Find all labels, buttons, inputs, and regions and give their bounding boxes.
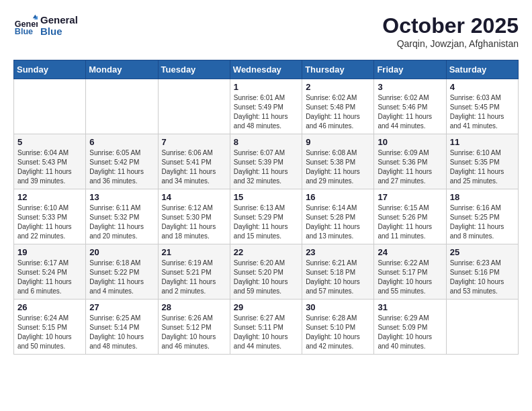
weekday-header-thursday: Thursday <box>302 60 374 79</box>
calendar-cell: 24Sunrise: 6:22 AM Sunset: 5:17 PM Dayli… <box>374 244 446 300</box>
logo-blue: Blue <box>40 26 78 37</box>
calendar-week-4: 19Sunrise: 6:17 AM Sunset: 5:24 PM Dayli… <box>14 244 519 300</box>
title-block: October 2025 Qarqin, Jowzjan, Afghanista… <box>382 13 519 49</box>
day-number: 3 <box>378 82 442 92</box>
day-info: Sunrise: 6:25 AM Sunset: 5:14 PM Dayligh… <box>89 314 154 351</box>
calendar-cell: 29Sunrise: 6:27 AM Sunset: 5:11 PM Dayli… <box>230 300 302 355</box>
calendar-cell: 10Sunrise: 6:09 AM Sunset: 5:36 PM Dayli… <box>374 134 446 189</box>
day-number: 6 <box>89 137 154 147</box>
day-info: Sunrise: 6:13 AM Sunset: 5:29 PM Dayligh… <box>234 203 298 241</box>
day-number: 21 <box>162 247 226 257</box>
day-info: Sunrise: 6:18 AM Sunset: 5:22 PM Dayligh… <box>89 259 154 296</box>
calendar-cell: 16Sunrise: 6:14 AM Sunset: 5:28 PM Dayli… <box>302 189 374 244</box>
day-info: Sunrise: 6:23 AM Sunset: 5:16 PM Dayligh… <box>450 259 515 296</box>
day-info: Sunrise: 6:04 AM Sunset: 5:43 PM Dayligh… <box>17 148 82 186</box>
weekday-header-row: SundayMondayTuesdayWednesdayThursdayFrid… <box>14 60 519 79</box>
weekday-header-saturday: Saturday <box>446 60 518 79</box>
day-number: 9 <box>306 137 370 147</box>
calendar-cell: 19Sunrise: 6:17 AM Sunset: 5:24 PM Dayli… <box>14 244 86 300</box>
calendar-cell <box>446 300 518 355</box>
svg-text:Blue: Blue <box>15 27 33 36</box>
day-info: Sunrise: 6:09 AM Sunset: 5:36 PM Dayligh… <box>378 148 442 186</box>
day-number: 16 <box>306 192 370 202</box>
day-number: 13 <box>89 192 154 202</box>
calendar-cell: 8Sunrise: 6:07 AM Sunset: 5:39 PM Daylig… <box>230 134 302 189</box>
day-info: Sunrise: 6:19 AM Sunset: 5:21 PM Dayligh… <box>162 259 226 296</box>
day-number: 22 <box>234 247 298 257</box>
calendar-cell: 28Sunrise: 6:26 AM Sunset: 5:12 PM Dayli… <box>158 300 230 355</box>
calendar-week-2: 5Sunrise: 6:04 AM Sunset: 5:43 PM Daylig… <box>14 134 519 189</box>
day-number: 12 <box>17 192 82 202</box>
day-info: Sunrise: 6:02 AM Sunset: 5:46 PM Dayligh… <box>378 93 442 131</box>
day-number: 26 <box>17 302 82 312</box>
calendar-cell: 5Sunrise: 6:04 AM Sunset: 5:43 PM Daylig… <box>14 134 86 189</box>
day-info: Sunrise: 6:26 AM Sunset: 5:12 PM Dayligh… <box>162 314 226 351</box>
day-info: Sunrise: 6:24 AM Sunset: 5:15 PM Dayligh… <box>17 314 82 351</box>
day-number: 27 <box>89 302 154 312</box>
calendar-week-1: 1Sunrise: 6:01 AM Sunset: 5:49 PM Daylig… <box>14 79 519 134</box>
day-info: Sunrise: 6:16 AM Sunset: 5:25 PM Dayligh… <box>450 203 515 241</box>
day-number: 20 <box>89 247 154 257</box>
calendar-table: SundayMondayTuesdayWednesdayThursdayFrid… <box>13 60 519 355</box>
calendar-cell: 20Sunrise: 6:18 AM Sunset: 5:22 PM Dayli… <box>86 244 158 300</box>
day-number: 10 <box>378 137 442 147</box>
day-info: Sunrise: 6:07 AM Sunset: 5:39 PM Dayligh… <box>234 148 298 186</box>
day-number: 8 <box>234 137 298 147</box>
calendar-week-3: 12Sunrise: 6:10 AM Sunset: 5:33 PM Dayli… <box>14 189 519 244</box>
day-number: 23 <box>306 247 370 257</box>
day-info: Sunrise: 6:05 AM Sunset: 5:42 PM Dayligh… <box>89 148 154 186</box>
weekday-header-wednesday: Wednesday <box>230 60 302 79</box>
day-info: Sunrise: 6:08 AM Sunset: 5:38 PM Dayligh… <box>306 148 370 186</box>
day-number: 28 <box>162 302 226 312</box>
day-info: Sunrise: 6:29 AM Sunset: 5:09 PM Dayligh… <box>378 314 442 351</box>
calendar-cell: 13Sunrise: 6:11 AM Sunset: 5:32 PM Dayli… <box>86 189 158 244</box>
day-number: 19 <box>17 247 82 257</box>
day-info: Sunrise: 6:14 AM Sunset: 5:28 PM Dayligh… <box>306 203 370 241</box>
day-info: Sunrise: 6:15 AM Sunset: 5:26 PM Dayligh… <box>378 203 442 241</box>
day-info: Sunrise: 6:27 AM Sunset: 5:11 PM Dayligh… <box>234 314 298 351</box>
day-info: Sunrise: 6:02 AM Sunset: 5:48 PM Dayligh… <box>306 93 370 131</box>
day-number: 15 <box>234 192 298 202</box>
weekday-header-friday: Friday <box>374 60 446 79</box>
page-header: General Blue General Blue October 2025 Q… <box>13 13 519 49</box>
month-title: October 2025 <box>382 13 519 38</box>
calendar-cell: 23Sunrise: 6:21 AM Sunset: 5:18 PM Dayli… <box>302 244 374 300</box>
day-info: Sunrise: 6:10 AM Sunset: 5:33 PM Dayligh… <box>17 203 82 241</box>
location: Qarqin, Jowzjan, Afghanistan <box>382 38 519 49</box>
logo: General Blue General Blue <box>13 13 78 38</box>
day-info: Sunrise: 6:12 AM Sunset: 5:30 PM Dayligh… <box>162 203 226 241</box>
calendar-cell: 31Sunrise: 6:29 AM Sunset: 5:09 PM Dayli… <box>374 300 446 355</box>
day-number: 31 <box>378 302 442 312</box>
day-info: Sunrise: 6:06 AM Sunset: 5:41 PM Dayligh… <box>162 148 226 186</box>
day-number: 25 <box>450 247 515 257</box>
day-info: Sunrise: 6:20 AM Sunset: 5:20 PM Dayligh… <box>234 259 298 296</box>
calendar-cell <box>158 79 230 134</box>
calendar-cell: 14Sunrise: 6:12 AM Sunset: 5:30 PM Dayli… <box>158 189 230 244</box>
day-info: Sunrise: 6:17 AM Sunset: 5:24 PM Dayligh… <box>17 259 82 296</box>
calendar-cell: 21Sunrise: 6:19 AM Sunset: 5:21 PM Dayli… <box>158 244 230 300</box>
day-number: 18 <box>450 192 515 202</box>
calendar-cell: 26Sunrise: 6:24 AM Sunset: 5:15 PM Dayli… <box>14 300 86 355</box>
weekday-header-monday: Monday <box>86 60 158 79</box>
logo-icon: General Blue <box>13 13 38 38</box>
calendar-cell: 2Sunrise: 6:02 AM Sunset: 5:48 PM Daylig… <box>302 79 374 134</box>
calendar-cell: 30Sunrise: 6:28 AM Sunset: 5:10 PM Dayli… <box>302 300 374 355</box>
calendar-cell: 27Sunrise: 6:25 AM Sunset: 5:14 PM Dayli… <box>86 300 158 355</box>
day-number: 14 <box>162 192 226 202</box>
calendar-cell <box>14 79 86 134</box>
day-info: Sunrise: 6:01 AM Sunset: 5:49 PM Dayligh… <box>234 93 298 131</box>
calendar-cell: 11Sunrise: 6:10 AM Sunset: 5:35 PM Dayli… <box>446 134 518 189</box>
day-number: 29 <box>234 302 298 312</box>
calendar-cell: 1Sunrise: 6:01 AM Sunset: 5:49 PM Daylig… <box>230 79 302 134</box>
day-info: Sunrise: 6:21 AM Sunset: 5:18 PM Dayligh… <box>306 259 370 296</box>
logo-general: General <box>40 14 78 26</box>
day-number: 1 <box>234 82 298 92</box>
calendar-cell <box>86 79 158 134</box>
calendar-cell: 7Sunrise: 6:06 AM Sunset: 5:41 PM Daylig… <box>158 134 230 189</box>
calendar-cell: 18Sunrise: 6:16 AM Sunset: 5:25 PM Dayli… <box>446 189 518 244</box>
calendar-cell: 6Sunrise: 6:05 AM Sunset: 5:42 PM Daylig… <box>86 134 158 189</box>
day-info: Sunrise: 6:10 AM Sunset: 5:35 PM Dayligh… <box>450 148 515 186</box>
calendar-cell: 17Sunrise: 6:15 AM Sunset: 5:26 PM Dayli… <box>374 189 446 244</box>
day-info: Sunrise: 6:03 AM Sunset: 5:45 PM Dayligh… <box>450 93 515 131</box>
day-number: 24 <box>378 247 442 257</box>
